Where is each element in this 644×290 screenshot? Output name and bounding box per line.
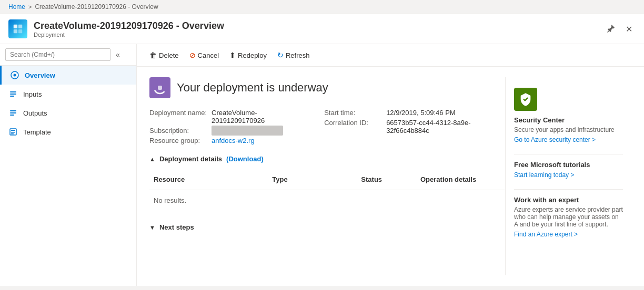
- security-center-section: Security Center Secure your apps and inf…: [514, 88, 623, 143]
- svg-rect-9: [10, 110, 16, 111]
- sidebar-item-template-label: Template: [23, 128, 51, 136]
- outputs-icon: [8, 108, 18, 118]
- deployment-meta: Deployment name: CreateVolume-2019120917…: [149, 109, 505, 144]
- deployment-name-label: Deployment name:: [149, 109, 207, 125]
- breadcrumb-current: CreateVolume-20191209170926 - Overview: [35, 3, 158, 11]
- security-center-title: Security Center: [514, 116, 623, 124]
- collapse-button[interactable]: «: [114, 49, 122, 60]
- deployment-details-table: Resource Type Status Operation details N…: [149, 169, 505, 211]
- next-steps-label: Next steps: [159, 223, 194, 231]
- main-layout: « Overview: [0, 44, 644, 286]
- correlation-id-label: Correlation ID:: [324, 119, 382, 134]
- deployment-status-icon: [149, 77, 170, 98]
- overview-main: Your deployment is underway Deployment n…: [149, 77, 505, 275]
- sidebar-item-inputs[interactable]: Inputs: [0, 85, 136, 103]
- panel-divider-1: [514, 154, 623, 154]
- sidebar-item-template[interactable]: Template: [0, 122, 136, 141]
- security-center-icon: [514, 88, 537, 111]
- breadcrumb: Home > CreateVolume-20191209170926 - Ove…: [0, 0, 644, 14]
- refresh-button[interactable]: ↻ Refresh: [273, 48, 314, 62]
- sidebar-item-overview-label: Overview: [25, 71, 55, 79]
- sidebar-item-outputs[interactable]: Outputs: [0, 103, 136, 122]
- no-results-message: No results.: [149, 190, 505, 211]
- deployment-details-label: Deployment details: [159, 155, 222, 163]
- start-time-value: 12/9/2019, 5:09:46 PM: [386, 109, 456, 117]
- svg-rect-1: [18, 25, 22, 28]
- svg-rect-8: [10, 96, 14, 97]
- next-steps-chevron[interactable]: ▼: [149, 224, 155, 231]
- svg-rect-15: [11, 133, 14, 134]
- inputs-icon: [8, 89, 18, 99]
- expert-link[interactable]: Find an Azure expert >: [514, 231, 578, 238]
- overview-content: Your deployment is underway Deployment n…: [137, 67, 644, 286]
- svg-rect-17: [158, 86, 162, 90]
- sidebar-item-inputs-label: Inputs: [23, 90, 42, 98]
- col-status: Status: [357, 173, 416, 185]
- content-area: 🗑 Delete ⊘ Cancel ⬆ Redeploy ↻ Refresh: [137, 44, 644, 286]
- download-link[interactable]: (Download): [226, 155, 264, 163]
- delete-icon: 🗑: [149, 51, 157, 59]
- deployment-details-chevron[interactable]: ▲: [149, 156, 155, 162]
- deployment-heading: Your deployment is underway: [177, 81, 328, 95]
- resource-group-label: Resource group:: [149, 137, 207, 144]
- security-center-text: Secure your apps and infrastructure: [514, 126, 623, 133]
- table-header: Resource Type Status Operation details: [149, 169, 505, 190]
- next-steps-section: ▼ Next steps: [149, 223, 505, 231]
- search-input[interactable]: [5, 48, 110, 61]
- start-time-label: Start time:: [324, 109, 382, 117]
- pin-button[interactable]: [603, 22, 618, 36]
- tutorials-title: Free Microsoft tutorials: [514, 161, 623, 169]
- svg-point-5: [14, 74, 16, 77]
- svg-rect-2: [14, 29, 17, 33]
- svg-rect-14: [11, 132, 15, 133]
- redeploy-button[interactable]: ⬆ Redeploy: [225, 48, 271, 62]
- col-resource: Resource: [149, 173, 268, 185]
- delete-button[interactable]: 🗑 Delete: [145, 48, 183, 62]
- overview-icon: [10, 70, 19, 80]
- refresh-icon: ↻: [277, 51, 284, 59]
- close-button[interactable]: ✕: [622, 22, 636, 36]
- sidebar-item-outputs-label: Outputs: [23, 109, 47, 117]
- deployment-header: Your deployment is underway: [149, 77, 505, 98]
- search-bar: «: [0, 44, 136, 66]
- page-title: CreateVolume-20191209170926 - Overview: [34, 20, 224, 32]
- sidebar-nav: Overview Inputs: [0, 66, 136, 141]
- svg-rect-13: [11, 130, 15, 131]
- correlation-id-value: 66573b57-cc44-4312-8a9e-32f66c4b884c: [386, 119, 505, 134]
- col-type: Type: [268, 173, 357, 185]
- panel-divider-2: [514, 189, 623, 190]
- svg-rect-10: [10, 112, 16, 113]
- expert-section: Work with an expert Azure experts are se…: [514, 196, 623, 238]
- template-icon: [8, 127, 18, 137]
- toolbar: 🗑 Delete ⊘ Cancel ⬆ Redeploy ↻ Refresh: [137, 44, 644, 67]
- tutorials-link[interactable]: Start learning today >: [514, 171, 574, 179]
- expert-text: Azure experts are service provider part …: [514, 206, 623, 228]
- subscription-label: Subscription:: [149, 127, 207, 134]
- deployment-name-value: CreateVolume-20191209170926: [212, 109, 303, 125]
- tutorials-section: Free Microsoft tutorials Start learning …: [514, 161, 623, 179]
- sidebar-item-overview[interactable]: Overview: [0, 66, 136, 85]
- cancel-button[interactable]: ⊘ Cancel: [185, 48, 223, 62]
- right-panel: Security Center Secure your apps and inf…: [505, 77, 631, 275]
- sidebar: « Overview: [0, 44, 137, 286]
- svg-rect-0: [14, 25, 17, 28]
- title-bar: CreateVolume-20191209170926 - Overview D…: [0, 14, 644, 44]
- resource-group-value: anfdocs-w2.rg: [212, 137, 255, 144]
- svg-rect-3: [18, 29, 22, 33]
- resource-group-link[interactable]: anfdocs-w2.rg: [212, 137, 255, 144]
- breadcrumb-separator: >: [28, 4, 32, 10]
- deployment-icon: [8, 19, 27, 38]
- redeploy-icon: ⬆: [229, 51, 236, 59]
- deployment-details-section: ▲ Deployment details (Download): [149, 155, 505, 163]
- breadcrumb-home[interactable]: Home: [8, 3, 25, 11]
- page-subtitle: Deployment: [34, 32, 224, 38]
- security-center-link[interactable]: Go to Azure security center >: [514, 136, 596, 143]
- cancel-icon: ⊘: [189, 51, 196, 59]
- svg-rect-7: [10, 94, 16, 95]
- subscription-value: [212, 127, 283, 134]
- svg-rect-6: [10, 91, 16, 92]
- expert-title: Work with an expert: [514, 196, 623, 204]
- col-operation-details: Operation details: [416, 173, 505, 185]
- svg-rect-11: [10, 115, 14, 116]
